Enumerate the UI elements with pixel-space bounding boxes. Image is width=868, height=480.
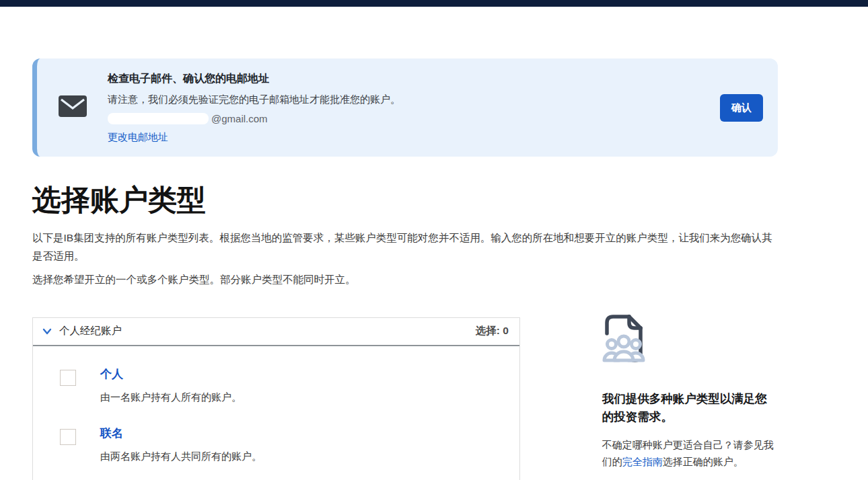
email-row: @gmail.com [108, 113, 720, 124]
intro-paragraph-2: 选择您希望开立的一个或多个账户类型。部分账户类型不能同时开立。 [32, 271, 775, 289]
change-email-link[interactable]: 更改电邮地址 [108, 131, 168, 144]
page-title: 选择账户类型 [32, 181, 778, 220]
banner-body: 请注意，我们必须先验证完您的电子邮箱地址才能批准您的账户。 [108, 93, 720, 106]
joint-label[interactable]: 联名 [100, 426, 262, 441]
banner-content: 检查电子邮件、确认您的电邮地址 请注意，我们必须先验证完您的电子邮箱地址才能批准… [108, 69, 720, 147]
page-container: 检查电子邮件、确认您的电邮地址 请注意，我们必须先验证完您的电子邮箱地址才能批准… [32, 58, 778, 480]
selection-count: 选择: 0 [476, 324, 509, 338]
email-redaction [108, 113, 209, 124]
aside-column: 我们提供多种账户类型以满足您的投资需求。 不确定哪种账户更适合自己？请参见我们的… [602, 317, 778, 480]
guide-link[interactable]: 完全指南 [622, 456, 663, 467]
aside-heading: 我们提供多种账户类型以满足您的投资需求。 [602, 390, 778, 426]
individual-label[interactable]: 个人 [100, 366, 242, 382]
aside-body-text-after: 选择正确的账户。 [663, 456, 744, 467]
panel-body: 个人 由一名账户持有人所有的账户。 联名 由两名账户持有人共同所有的账户。 退休… [33, 346, 519, 480]
joint-description: 由两名账户持有人共同所有的账户。 [100, 450, 262, 463]
individual-checkbox[interactable] [60, 370, 76, 386]
joint-checkbox[interactable] [60, 429, 76, 445]
account-types-people-document-icon [602, 312, 778, 370]
account-type-panel: 个人经纪账户 选择: 0 个人 由一名账户持有人所有的账户。 联名 由两名账户持… [32, 317, 520, 480]
panel-title: 个人经纪账户 [59, 324, 122, 338]
intro-paragraph-1: 以下是IB集团支持的所有账户类型列表。根据您当地的监管要求，某些账户类型可能对您… [32, 229, 775, 265]
confirm-button[interactable]: 确认 [720, 94, 763, 122]
top-navigation-bar [0, 0, 868, 7]
email-domain: @gmail.com [211, 113, 268, 124]
account-option-joint: 联名 由两名账户持有人共同所有的账户。 [60, 426, 519, 463]
panel-header[interactable]: 个人经纪账户 选择: 0 [33, 318, 519, 346]
chevron-down-icon [42, 327, 52, 336]
account-option-individual: 个人 由一名账户持有人所有的账户。 [60, 366, 519, 404]
banner-icon-column [37, 95, 108, 120]
individual-description: 由一名账户持有人所有的账户。 [100, 391, 242, 404]
aside-body: 不确定哪种账户更适合自己？请参见我们的完全指南选择正确的账户。 [602, 437, 778, 471]
envelope-icon [59, 95, 87, 120]
email-verification-banner: 检查电子邮件、确认您的电邮地址 请注意，我们必须先验证完您的电子邮箱地址才能批准… [32, 58, 778, 157]
banner-title: 检查电子邮件、确认您的电邮地址 [108, 72, 720, 86]
main-row: 个人经纪账户 选择: 0 个人 由一名账户持有人所有的账户。 联名 由两名账户持… [32, 317, 778, 480]
